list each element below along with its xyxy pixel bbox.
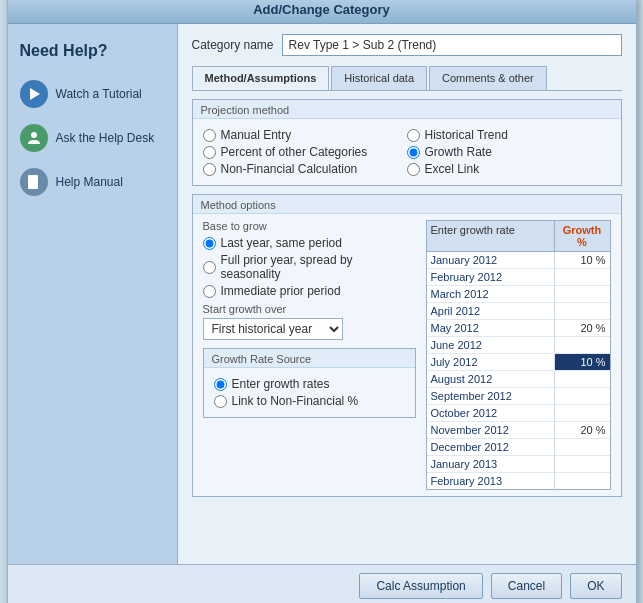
table-row[interactable]: June 2012: [427, 337, 610, 354]
growth-table-body[interactable]: January 2012 10 % February 2012 March 20…: [427, 252, 610, 490]
table-row[interactable]: May 2012 20 %: [427, 320, 610, 337]
projection-col-left: Manual Entry Percent of other Categories…: [203, 125, 407, 179]
person-icon: [20, 124, 48, 152]
value-cell: 10 %: [555, 354, 610, 370]
radio-immediate[interactable]: Immediate prior period: [203, 284, 416, 298]
growth-source-section: Growth Rate Source Enter growth rates Li…: [203, 348, 416, 418]
sidebar-title: Need Help?: [8, 34, 177, 72]
month-cell: August 2012: [427, 371, 555, 387]
value-cell: [555, 439, 610, 455]
table-row[interactable]: April 2012: [427, 303, 610, 320]
month-cell: April 2012: [427, 303, 555, 319]
svg-rect-2: [28, 175, 38, 189]
projection-content: Manual Entry Percent of other Categories…: [193, 119, 621, 185]
table-row[interactable]: September 2012: [427, 388, 610, 405]
calc-assumption-button[interactable]: Calc Assumption: [359, 573, 482, 599]
table-row[interactable]: March 2012: [427, 286, 610, 303]
tab-historical[interactable]: Historical data: [331, 66, 427, 90]
radio-manual[interactable]: Manual Entry: [203, 128, 407, 142]
table-row[interactable]: February 2012: [427, 269, 610, 286]
sidebar-item-watch-tutorial[interactable]: Watch a Tutorial: [8, 72, 177, 116]
svg-marker-0: [30, 88, 40, 100]
projection-col-right: Historical Trend Growth Rate Excel Link: [407, 125, 611, 179]
table-row[interactable]: December 2012: [427, 439, 610, 456]
method-options-section: Method options Base to grow Last year, s…: [192, 194, 622, 497]
table-row[interactable]: October 2012: [427, 405, 610, 422]
value-cell: [555, 303, 610, 319]
tab-method[interactable]: Method/Assumptions: [192, 66, 330, 90]
svg-point-1: [31, 132, 37, 138]
value-cell: [555, 371, 610, 387]
base-to-grow-label: Base to grow: [203, 220, 416, 232]
value-cell: [555, 473, 610, 489]
month-cell: September 2012: [427, 388, 555, 404]
tabs: Method/Assumptions Historical data Comme…: [192, 66, 622, 91]
method-options-content: Base to grow Last year, same period Full…: [193, 214, 621, 496]
dialog-footer: Calc Assumption Cancel OK: [8, 564, 636, 603]
value-cell: [555, 456, 610, 472]
month-cell: February 2013: [427, 473, 555, 489]
value-cell: 10 %: [555, 252, 610, 268]
month-cell: October 2012: [427, 405, 555, 421]
month-cell: February 2012: [427, 269, 555, 285]
dialog-titlebar: Add/Change Category: [8, 0, 636, 24]
dialog-title: Add/Change Category: [253, 2, 390, 17]
month-cell: June 2012: [427, 337, 555, 353]
left-options: Base to grow Last year, same period Full…: [203, 220, 416, 490]
radio-growth-rate[interactable]: Growth Rate: [407, 145, 611, 159]
value-cell: 20 %: [555, 422, 610, 438]
table-row[interactable]: February 2013: [427, 473, 610, 490]
ok-button[interactable]: OK: [570, 573, 621, 599]
category-name-input[interactable]: [282, 34, 622, 56]
radio-link-nonfinancial[interactable]: Link to Non-Financial %: [214, 394, 405, 408]
value-cell: [555, 388, 610, 404]
month-cell: January 2013: [427, 456, 555, 472]
value-cell: [555, 337, 610, 353]
table-row[interactable]: August 2012: [427, 371, 610, 388]
sidebar-item-label: Ask the Help Desk: [56, 131, 155, 145]
col-label-header: Enter growth rate: [427, 221, 555, 251]
sidebar-item-ask-helpdesk[interactable]: Ask the Help Desk: [8, 116, 177, 160]
growth-source-content: Enter growth rates Link to Non-Financial…: [204, 368, 415, 417]
col-growth-header: Growth %: [555, 221, 610, 251]
value-cell: [555, 286, 610, 302]
sidebar-item-label: Help Manual: [56, 175, 123, 189]
table-row[interactable]: July 2012 10 %: [427, 354, 610, 371]
projection-radio-group: Manual Entry Percent of other Categories…: [203, 125, 611, 179]
projection-label: Projection method: [193, 100, 621, 119]
radio-nonfinancial[interactable]: Non-Financial Calculation: [203, 162, 407, 176]
month-cell: January 2012: [427, 252, 555, 268]
table-row[interactable]: January 2012 10 %: [427, 252, 610, 269]
table-row[interactable]: November 2012 20 %: [427, 422, 610, 439]
sidebar: Need Help? Watch a Tutorial Ask the Help…: [8, 24, 178, 564]
category-name-row: Category name: [192, 34, 622, 56]
radio-percent[interactable]: Percent of other Categories: [203, 145, 407, 159]
radio-excel-link[interactable]: Excel Link: [407, 162, 611, 176]
month-cell: July 2012: [427, 354, 555, 370]
sidebar-item-label: Watch a Tutorial: [56, 87, 142, 101]
month-cell: May 2012: [427, 320, 555, 336]
dialog-body: Need Help? Watch a Tutorial Ask the Help…: [8, 24, 636, 564]
start-growth-label: Start growth over: [203, 303, 416, 315]
category-name-label: Category name: [192, 38, 274, 52]
radio-enter-rates[interactable]: Enter growth rates: [214, 377, 405, 391]
month-cell: December 2012: [427, 439, 555, 455]
cancel-button[interactable]: Cancel: [491, 573, 562, 599]
radio-historical-trend[interactable]: Historical Trend: [407, 128, 611, 142]
tab-comments[interactable]: Comments & other: [429, 66, 547, 90]
month-cell: March 2012: [427, 286, 555, 302]
value-cell: [555, 405, 610, 421]
value-cell: 20 %: [555, 320, 610, 336]
growth-source-label: Growth Rate Source: [204, 349, 415, 368]
value-cell: [555, 269, 610, 285]
radio-full-prior[interactable]: Full prior year, spread by seasonality: [203, 253, 416, 281]
play-icon: [20, 80, 48, 108]
radio-last-year[interactable]: Last year, same period: [203, 236, 416, 250]
growth-table-header: Enter growth rate Growth %: [427, 221, 610, 252]
sidebar-item-help-manual[interactable]: Help Manual: [8, 160, 177, 204]
start-growth-dropdown[interactable]: First historical year Last year Custom: [203, 318, 343, 340]
month-cell: November 2012: [427, 422, 555, 438]
method-options-inner: Base to grow Last year, same period Full…: [203, 220, 611, 490]
projection-section: Projection method Manual Entry Percent o…: [192, 99, 622, 186]
table-row[interactable]: January 2013: [427, 456, 610, 473]
